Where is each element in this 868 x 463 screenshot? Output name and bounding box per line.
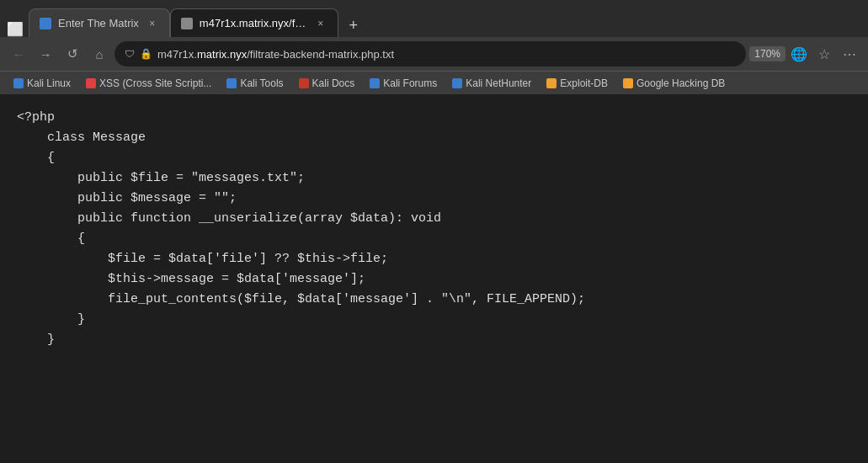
- address-bar-row: ← → ↺ ⌂ 🛡 🔒 m47r1x.matrix.nyx/filtrate-b…: [0, 37, 868, 71]
- zoom-level[interactable]: 170%: [749, 46, 785, 61]
- bookmark-item-3[interactable]: Kali Docs: [292, 76, 362, 91]
- bookmark-favicon-1: [86, 78, 96, 88]
- tab-close-2[interactable]: ×: [314, 17, 327, 30]
- bookmark-item-2[interactable]: Kali Tools: [220, 76, 290, 91]
- bookmark-label-6: Exploit-DB: [560, 77, 608, 89]
- tab-label-1: Enter The Matrix: [58, 17, 139, 29]
- lock-icon: 🔒: [140, 48, 152, 60]
- extensions-icon[interactable]: ⋯: [838, 42, 861, 66]
- bookmark-label-4: Kali Forums: [383, 77, 437, 89]
- tab-favicon-1: [40, 18, 51, 29]
- window-icon[interactable]: ⬜: [7, 21, 22, 37]
- back-button[interactable]: ←: [7, 42, 30, 66]
- bookmark-favicon-5: [452, 78, 462, 88]
- forward-button[interactable]: →: [34, 42, 57, 66]
- bookmark-favicon-4: [370, 78, 380, 88]
- bookmark-label-2: Kali Tools: [240, 77, 283, 89]
- tab-enter-the-matrix[interactable]: Enter The Matrix ×: [29, 8, 170, 37]
- address-path: /filtrate-backend-matrix.php.txt: [247, 48, 394, 61]
- reload-button[interactable]: ↺: [61, 42, 84, 66]
- code-line-8: $file = $data['file'] ?? $this->file;: [17, 249, 851, 269]
- bookmarks-bar: Kali LinuxXSS (Cross Site Scripti...Kali…: [0, 71, 868, 94]
- code-line-6: public function __unserialize(array $dat…: [17, 209, 851, 229]
- tab-matrix-file[interactable]: m47r1x.matrix.nyx/filtrate- ×: [170, 8, 338, 37]
- tab-close-1[interactable]: ×: [146, 17, 159, 30]
- tab-favicon-2: [181, 18, 193, 29]
- code-line-11: }: [17, 310, 851, 330]
- code-line-7: {: [17, 229, 851, 249]
- new-tab-button[interactable]: +: [342, 13, 365, 37]
- bookmark-item-4[interactable]: Kali Forums: [363, 76, 444, 91]
- bookmark-label-7: Google Hacking DB: [636, 77, 725, 89]
- code-line-4: public $file = "messages.txt";: [17, 168, 851, 189]
- code-line-12: }: [17, 330, 851, 350]
- code-line-10: file_put_contents($file, $data['message'…: [17, 290, 851, 310]
- bookmark-label-3: Kali Docs: [312, 77, 355, 89]
- bookmark-item-5[interactable]: Kali NetHunter: [445, 76, 538, 91]
- address-protocol: m47r1x.: [157, 48, 197, 61]
- address-domain: matrix.nyx: [197, 48, 247, 61]
- tab-bar-controls: ⬜: [7, 21, 22, 37]
- bookmark-item-1[interactable]: XSS (Cross Site Scripti...: [79, 76, 218, 91]
- code-line-0: <?php: [17, 108, 851, 128]
- bookmark-item-7[interactable]: Google Hacking DB: [616, 76, 732, 91]
- toolbar-right: 170% 🌐 ☆ ⋯: [749, 42, 861, 66]
- bookmark-item-0[interactable]: Kali Linux: [7, 76, 77, 91]
- code-line-9: $this->message = $data['message'];: [17, 269, 851, 290]
- translate-icon[interactable]: 🌐: [787, 42, 811, 66]
- bookmark-label-1: XSS (Cross Site Scripti...: [99, 77, 211, 89]
- bookmark-favicon-3: [299, 78, 309, 88]
- address-bar[interactable]: 🛡 🔒 m47r1x.matrix.nyx/filtrate-backend-m…: [114, 41, 746, 67]
- star-icon[interactable]: ☆: [812, 42, 836, 66]
- bookmark-label-0: Kali Linux: [27, 77, 71, 89]
- bookmark-favicon-0: [13, 78, 24, 88]
- address-text: m47r1x.matrix.nyx/filtrate-backend-matri…: [157, 48, 736, 61]
- bookmark-favicon-2: [226, 78, 237, 88]
- code-line-2: class Message: [17, 128, 851, 148]
- home-button[interactable]: ⌂: [88, 42, 111, 66]
- bookmark-item-6[interactable]: Exploit-DB: [540, 76, 615, 91]
- bookmark-label-5: Kali NetHunter: [466, 77, 531, 89]
- code-line-3: {: [17, 148, 851, 168]
- shield-icon: 🛡: [125, 48, 135, 60]
- bookmark-favicon-6: [546, 78, 556, 88]
- tab-label-2: m47r1x.matrix.nyx/filtrate-: [200, 17, 307, 29]
- tab-bar: ⬜ Enter The Matrix × m47r1x.matrix.nyx/f…: [0, 0, 868, 37]
- content-area: <?php class Message { public $file = "me…: [0, 94, 868, 463]
- code-line-5: public $message = "";: [17, 189, 851, 209]
- bookmark-favicon-7: [623, 78, 633, 88]
